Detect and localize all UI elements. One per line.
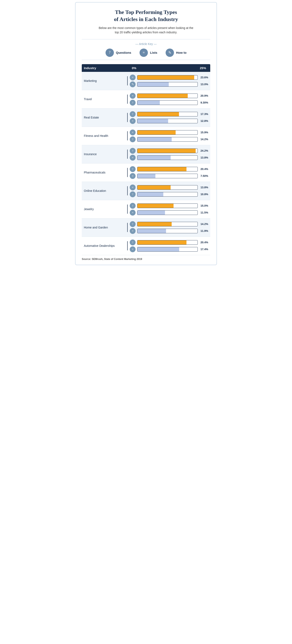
bar-container (137, 82, 198, 87)
bar-row: ?9.30% (130, 100, 208, 106)
bar-row: ≡20.9% (130, 93, 208, 99)
questions-icon: ? (130, 221, 135, 227)
bars-section: ≡20.9%?9.30% (128, 90, 210, 108)
table-row: Fitness and Health≡15.9%?14.2% (82, 127, 210, 145)
bar-fill (137, 222, 172, 226)
bars-section: ?24.2%≡13.8% (128, 145, 210, 163)
bar-fill (137, 204, 174, 208)
bar-percent: 14.2% (199, 138, 208, 141)
bar-fill (137, 185, 171, 190)
questions-icon: ? (130, 240, 135, 245)
bar-row: ✎13.0% (130, 82, 208, 87)
key-label-howto: How to (176, 51, 187, 54)
key-label-questions: Questions (116, 51, 131, 54)
bar-percent: 9.30% (199, 101, 208, 104)
bar-percent: 11.5% (199, 211, 208, 214)
bar-fill (137, 210, 165, 215)
bar-container (137, 247, 198, 252)
howto-icon: ✎ (130, 82, 135, 87)
bars-section: ?17.3%≡12.8% (128, 108, 210, 127)
lists-icon: ≡ (130, 93, 135, 99)
bars-section: ≡15.9%?14.2% (128, 127, 210, 145)
bar-row: ?14.2% (130, 136, 208, 142)
source: Source: SEMrush, State of Content Market… (82, 258, 210, 260)
bar-percent: 13.8% (199, 186, 208, 189)
bar-percent: 12.8% (199, 119, 208, 122)
questions-icon: ? (130, 166, 135, 172)
header-industry: Industry (84, 66, 130, 70)
lists-icon: ≡ (130, 118, 135, 124)
table-row: Real Estate?17.3%≡12.8% (82, 108, 210, 127)
bar-container (137, 185, 198, 190)
bar-fill (137, 167, 187, 171)
key-item-howto: ✎ How to (166, 48, 187, 57)
bar-fill (137, 112, 179, 116)
bar-percent: 14.2% (199, 222, 208, 226)
bar-container (137, 130, 198, 135)
bar-percent: 17.3% (199, 112, 208, 116)
bar-fill (137, 137, 172, 142)
key-item-lists: ≡ Lists (139, 48, 157, 57)
bar-container (137, 100, 198, 105)
bar-container (137, 204, 198, 208)
bar-fill (137, 156, 171, 160)
lists-icon: ≡ (130, 74, 135, 80)
bar-container (137, 137, 198, 142)
key-item-questions: ? Questions (105, 48, 131, 57)
bar-fill (137, 192, 163, 196)
header-scale: 0% 25% (130, 66, 208, 70)
bar-row: ≡7.50% (130, 173, 208, 179)
key-label-lists: Lists (150, 51, 157, 54)
table-row: Travel≡20.9%?9.30% (82, 90, 210, 108)
questions-icon: ? (130, 192, 135, 197)
bar-fill (137, 240, 187, 244)
bar-fill (137, 149, 196, 153)
main-container: The Top Performing Typesof Articles in E… (75, 2, 217, 265)
lists-icon: ≡ (130, 173, 135, 179)
bar-row: ≡23.6% (130, 74, 208, 80)
lists-icon: ≡ (139, 48, 148, 57)
source-text: SEMrush, State of Content Marketing 2019 (92, 258, 142, 260)
industry-name: Automative Dealerships (82, 241, 128, 250)
industry-name: Pharmaceuticals (82, 168, 128, 177)
table-row: Home and Garden?14.2%≡11.9% (82, 218, 210, 237)
bar-percent: 15.0% (199, 204, 208, 207)
table-row: Automative Dealerships?20.4%≡17.4% (82, 237, 210, 255)
lists-icon: ≡ (130, 130, 135, 136)
questions-icon: ? (130, 100, 135, 106)
bar-percent: 20.4% (199, 168, 208, 170)
bar-container (137, 119, 198, 123)
table-header: Industry 0% 25% (82, 64, 210, 72)
bar-row: ≡17.4% (130, 246, 208, 252)
bar-container (137, 174, 198, 178)
lists-icon: ≡ (130, 246, 135, 252)
scale-end: 25% (200, 66, 206, 70)
bar-container (137, 192, 198, 196)
bar-percent: 20.9% (199, 94, 208, 97)
bars-section: ≡13.8%?10.8% (128, 182, 210, 200)
lists-icon: ≡ (130, 184, 135, 190)
bar-container (137, 210, 198, 215)
bars-section: ?15.0%≡11.5% (128, 200, 210, 218)
page-title: The Top Performing Typesof Articles in E… (82, 9, 210, 23)
bar-row: ≡15.9% (130, 130, 208, 136)
bar-row: ?17.3% (130, 111, 208, 117)
article-key-section: — Article Key — ? Questions ≡ Lists ✎ Ho… (82, 39, 210, 60)
bar-container (137, 94, 198, 98)
lists-icon: ≡ (130, 155, 135, 160)
bar-container (137, 75, 198, 80)
bar-fill (137, 100, 160, 105)
bar-row: ≡13.8% (130, 155, 208, 160)
lists-icon: ≡ (130, 210, 135, 216)
industry-name: Travel (82, 94, 128, 104)
questions-icon: ? (130, 148, 135, 154)
bar-percent: 13.8% (199, 156, 208, 159)
bars-section: ?14.2%≡11.9% (128, 218, 210, 236)
questions-icon: ? (130, 111, 135, 117)
bar-fill (137, 76, 194, 80)
bar-row: ≡12.8% (130, 118, 208, 124)
table-body: Marketing≡23.6%✎13.0%Travel≡20.9%?9.30%R… (82, 72, 210, 255)
lists-icon: ≡ (130, 228, 135, 234)
table-row: Pharmaceuticals?20.4%≡7.50% (82, 164, 210, 182)
article-key-label: — Article Key — (82, 42, 210, 46)
